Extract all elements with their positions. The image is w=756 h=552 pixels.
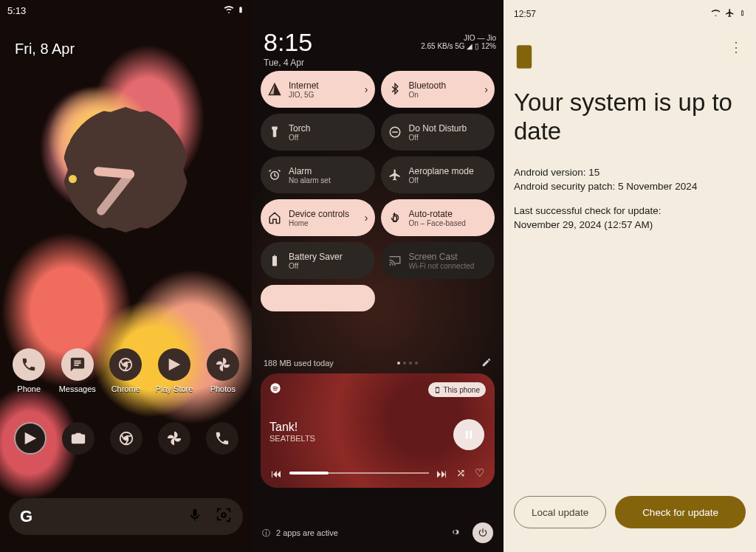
last-check-value: November 29, 2024 (12:57 AM) bbox=[514, 219, 746, 230]
qs-tile-internet[interactable]: InternetJIO, 5G › bbox=[261, 71, 375, 108]
chevron-right-icon: › bbox=[365, 212, 368, 224]
rotate-icon bbox=[388, 211, 402, 224]
dock-icon-chrome[interactable] bbox=[110, 422, 142, 455]
qs-tile-device-controls[interactable]: Device controlsHome › bbox=[261, 199, 375, 236]
last-check-label: Last successful check for update: bbox=[514, 205, 746, 216]
favorite-icon[interactable]: ♡ bbox=[475, 466, 484, 480]
search-bar[interactable]: G bbox=[9, 498, 243, 535]
brightness-slider[interactable] bbox=[261, 285, 375, 311]
app-chrome[interactable]: Chrome bbox=[109, 348, 142, 393]
dock-icon-photos[interactable] bbox=[158, 422, 190, 455]
qs-tile-aeroplane-mode[interactable]: Aeroplane modeOff bbox=[381, 156, 495, 193]
local-update-button[interactable]: Local update bbox=[514, 496, 606, 528]
media-card[interactable]: This phone Tank! SEATBELTS ⏮ ⏭ ⤮ ♡ bbox=[261, 373, 495, 488]
wifi-icon bbox=[224, 4, 234, 17]
battsav-icon bbox=[267, 254, 282, 267]
info-icon: ⓘ bbox=[262, 528, 270, 539]
qs-tile-torch[interactable]: TorchOff bbox=[261, 114, 375, 151]
overflow-menu-icon[interactable]: ⋮ bbox=[729, 44, 743, 51]
status-time: 12:57 bbox=[514, 9, 536, 19]
security-patch: Android security patch: 5 November 2024 bbox=[514, 181, 746, 192]
check-update-button[interactable]: Check for update bbox=[615, 496, 746, 528]
system-update-icon bbox=[514, 44, 535, 72]
cast-icon bbox=[388, 254, 402, 267]
pause-button[interactable] bbox=[453, 419, 484, 450]
home-date[interactable]: Fri, 8 Apr bbox=[15, 41, 75, 58]
lens-icon[interactable] bbox=[216, 507, 232, 526]
qs-tile-auto-rotate[interactable]: Auto-rotateOn – Face-based bbox=[381, 199, 495, 236]
power-button[interactable] bbox=[472, 522, 493, 543]
plane-icon bbox=[388, 168, 402, 182]
data-usage[interactable]: 188 MB used today bbox=[264, 359, 334, 368]
airplane-icon bbox=[725, 8, 735, 20]
qs-tile-bluetooth[interactable]: BluetoothOn › bbox=[381, 71, 495, 108]
android-version: Android version: 15 bbox=[514, 167, 746, 178]
qs-tile-alarm[interactable]: AlarmNo alarm set bbox=[261, 156, 375, 193]
media-progress[interactable] bbox=[289, 472, 429, 474]
page-dots bbox=[397, 362, 418, 365]
qs-tile-screen-cast[interactable]: Screen CastWi-Fi not connected bbox=[381, 242, 495, 279]
dock-icon-camera[interactable] bbox=[62, 422, 94, 455]
mic-icon[interactable] bbox=[188, 508, 202, 525]
network-line: 2.65 KB/s 5G ◢ ▯ 12% bbox=[421, 42, 496, 50]
chevron-right-icon: › bbox=[365, 83, 368, 95]
torch-icon bbox=[267, 125, 282, 139]
google-logo-icon: G bbox=[20, 507, 32, 526]
alarm-icon bbox=[267, 168, 282, 182]
bt-icon bbox=[388, 83, 402, 96]
status-bar: JIO — Jio 2.65 KB/s 5G ◢ ▯ 12% bbox=[259, 35, 496, 49]
shuffle-icon[interactable]: ⤮ bbox=[456, 466, 466, 480]
battery-icon bbox=[237, 4, 244, 17]
app-photos[interactable]: Photos bbox=[207, 348, 239, 393]
wifi-icon bbox=[711, 8, 721, 20]
home-icon bbox=[267, 211, 282, 224]
signal-icon bbox=[267, 83, 282, 96]
settings-icon[interactable] bbox=[449, 526, 461, 539]
status-time: 5:13 bbox=[7, 5, 26, 16]
dnd-icon bbox=[388, 125, 402, 139]
dock-icon-play[interactable] bbox=[14, 422, 47, 455]
prev-track-icon[interactable]: ⏮ bbox=[271, 467, 282, 480]
wallpaper bbox=[0, 0, 252, 552]
clock-widget[interactable] bbox=[63, 107, 188, 232]
app-play-store[interactable]: Play Store bbox=[156, 348, 193, 393]
status-bar: 12:57 bbox=[514, 7, 746, 21]
update-info: Android version: 15 Android security pat… bbox=[514, 164, 746, 233]
dock-icon-phone[interactable] bbox=[206, 422, 238, 455]
carrier-label: JIO — Jio bbox=[421, 34, 496, 42]
page-title: Your system is up to date bbox=[514, 89, 746, 146]
qs-tile-battery-saver[interactable]: Battery SaverOff bbox=[261, 242, 375, 279]
chevron-right-icon: › bbox=[484, 83, 488, 95]
qs-tile-do-not-disturb[interactable]: Do Not DisturbOff bbox=[381, 114, 495, 151]
status-bar: 5:13 bbox=[7, 4, 244, 17]
app-messages[interactable]: Messages bbox=[59, 348, 96, 393]
active-apps[interactable]: 2 apps are active bbox=[276, 528, 443, 537]
battery-icon bbox=[739, 8, 746, 20]
media-output[interactable]: This phone bbox=[428, 382, 486, 397]
edit-tiles-icon[interactable] bbox=[481, 357, 492, 369]
next-track-icon[interactable]: ⏭ bbox=[436, 467, 447, 480]
app-phone[interactable]: Phone bbox=[13, 348, 45, 393]
spotify-icon bbox=[269, 382, 281, 397]
